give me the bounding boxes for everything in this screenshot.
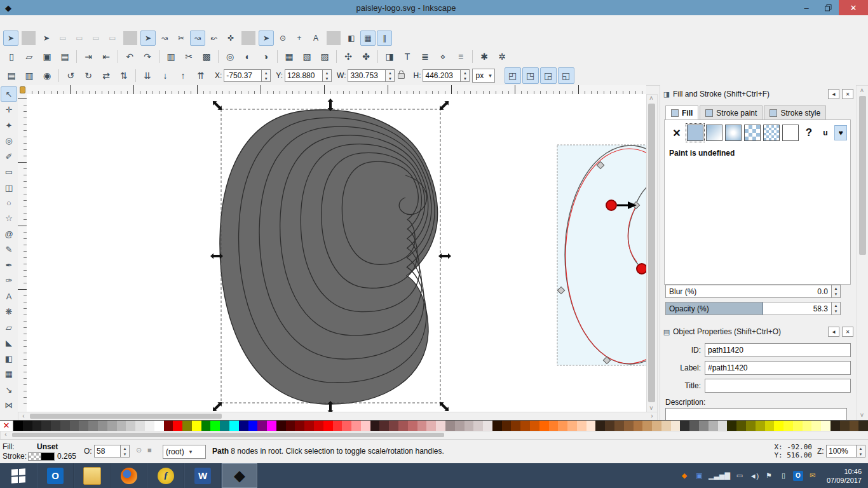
vertical-ruler[interactable] <box>18 94 27 412</box>
w-spinner[interactable]: ▲▼ <box>386 69 395 82</box>
color-swatch[interactable] <box>642 421 652 431</box>
color-swatch[interactable] <box>417 421 427 431</box>
unlink-clone-button[interactable]: ▨ <box>316 48 333 65</box>
color-swatch[interactable] <box>680 421 689 431</box>
transform-pattern-toggle[interactable]: ◱ <box>558 67 574 84</box>
x-spinner[interactable]: ▲▼ <box>262 69 271 82</box>
paint-unknown[interactable] <box>782 125 799 141</box>
zoom-field[interactable]: 100% ▲▼ <box>826 445 865 458</box>
color-swatch[interactable] <box>41 421 51 431</box>
color-swatch[interactable] <box>530 421 539 431</box>
scale-handle-se[interactable] <box>438 400 451 412</box>
snap-others[interactable]: ➤ <box>259 30 274 46</box>
close-button[interactable]: ✕ <box>839 0 868 15</box>
tab-fill[interactable]: Fill <box>665 105 698 120</box>
color-swatch[interactable] <box>342 421 351 431</box>
color-swatch[interactable] <box>370 421 380 431</box>
paint-linear[interactable] <box>706 125 722 141</box>
measure-tool[interactable]: ✐ <box>1 149 17 164</box>
open-document-button[interactable]: ▱ <box>21 48 37 65</box>
color-swatch[interactable] <box>220 421 229 431</box>
tray-antivirus-icon[interactable]: ◆ <box>679 471 689 481</box>
color-swatch[interactable] <box>229 421 239 431</box>
layer-visibility-icon[interactable]: ⊙ <box>136 446 142 454</box>
snap-rotation-centers[interactable]: + <box>292 30 307 46</box>
tray-mail-icon[interactable]: ✉ <box>808 471 818 481</box>
snap-bbox-centers[interactable]: ▭ <box>105 30 120 46</box>
raise-button[interactable]: ↑ <box>175 67 191 84</box>
new-document-button[interactable]: ▯ <box>3 48 20 65</box>
flip-vertical-button[interactable]: ⇅ <box>116 67 132 84</box>
color-swatch[interactable] <box>304 421 314 431</box>
color-swatch[interactable] <box>746 421 756 431</box>
select-all-layers-button[interactable]: ▥ <box>21 67 37 84</box>
color-swatch[interactable] <box>803 421 812 431</box>
paint-pattern[interactable] <box>744 125 761 141</box>
tray-signal-icon[interactable]: ▁▃▅▇ <box>709 471 730 481</box>
color-swatch[interactable] <box>736 421 746 431</box>
h-spinner[interactable]: ▲▼ <box>461 69 470 82</box>
color-swatch[interactable] <box>173 421 182 431</box>
y-spinner[interactable]: ▲▼ <box>323 69 332 82</box>
copy-button[interactable]: ▥ <box>163 48 179 65</box>
pencil-tool[interactable]: ✎ <box>1 242 17 257</box>
stroke-swatch[interactable] <box>28 452 42 461</box>
color-swatch[interactable] <box>276 421 286 431</box>
color-swatch[interactable] <box>661 421 671 431</box>
color-swatch[interactable] <box>539 421 549 431</box>
scroll-down-icon[interactable]: ˅ <box>857 412 867 419</box>
lock-ratio-icon[interactable] <box>398 73 405 79</box>
layer-dropdown[interactable]: (root) ▾ <box>163 445 206 459</box>
color-swatch[interactable] <box>821 421 831 431</box>
color-swatch[interactable] <box>483 421 492 431</box>
layers-dialog-button[interactable]: ≣ <box>417 48 433 65</box>
ellipse-tool[interactable]: ○ <box>1 195 17 210</box>
tab-stroke-paint[interactable]: Stroke paint <box>700 105 763 120</box>
color-swatch[interactable] <box>718 421 728 431</box>
color-swatch[interactable] <box>23 421 32 431</box>
spray-tool[interactable]: ❋ <box>1 304 17 320</box>
object-description-field[interactable] <box>665 408 847 421</box>
color-swatch[interactable] <box>257 421 267 431</box>
color-swatch[interactable] <box>624 421 634 431</box>
canvas-vertical-scrollbar[interactable]: ˄ ˅ <box>646 94 658 413</box>
snap-page-border[interactable]: ◧ <box>344 30 359 46</box>
color-swatch[interactable] <box>210 421 220 431</box>
raise-to-top-button[interactable]: ⇈ <box>193 67 209 84</box>
undo-button[interactable]: ↶ <box>121 48 138 65</box>
connector-tool[interactable]: ⋈ <box>1 397 17 412</box>
zoom-drawing-button[interactable]: ◐ <box>240 48 256 65</box>
color-swatch[interactable] <box>32 421 42 431</box>
color-swatch[interactable] <box>408 421 417 431</box>
color-swatch[interactable] <box>577 421 587 431</box>
color-swatch[interactable] <box>793 421 803 431</box>
panel-collapse-button[interactable]: ◄ <box>828 89 839 99</box>
fill-rule-nonzero[interactable]: u <box>819 125 832 140</box>
color-swatch[interactable] <box>549 421 559 431</box>
color-swatch[interactable] <box>634 421 643 431</box>
transform-stroke-toggle[interactable]: ◰ <box>505 67 521 84</box>
y-field[interactable]: 128.880 ▲▼ <box>285 69 332 82</box>
color-swatch[interactable] <box>671 421 681 431</box>
menu-text[interactable] <box>69 21 80 24</box>
rect-tool[interactable]: ▭ <box>1 164 17 179</box>
duplicate-button[interactable]: ▦ <box>281 48 297 65</box>
export-button[interactable]: ⇤ <box>98 48 114 65</box>
color-swatch[interactable] <box>426 421 436 431</box>
zoom-selection-button[interactable]: ◎ <box>222 48 238 65</box>
color-swatch[interactable] <box>689 421 699 431</box>
scale-handle-e[interactable] <box>438 254 451 259</box>
calligraphy-tool[interactable]: ✑ <box>1 273 17 288</box>
restore-button[interactable] <box>817 0 839 15</box>
scroll-right-icon[interactable]: › <box>648 412 656 420</box>
object-label-field[interactable] <box>705 361 851 375</box>
color-swatch[interactable] <box>511 421 520 431</box>
tray-power-icon[interactable]: ▯ <box>778 471 789 481</box>
snap-text-baseline[interactable]: A <box>308 30 323 46</box>
snap-paths[interactable]: ↝ <box>157 30 172 46</box>
drawing-canvas[interactable] <box>27 94 646 412</box>
color-swatch[interactable] <box>379 421 389 431</box>
color-swatch[interactable] <box>248 421 258 431</box>
zoom-tool[interactable]: ◎ <box>1 133 17 148</box>
opacity-status-spinner[interactable]: ▲▼ <box>121 445 130 458</box>
